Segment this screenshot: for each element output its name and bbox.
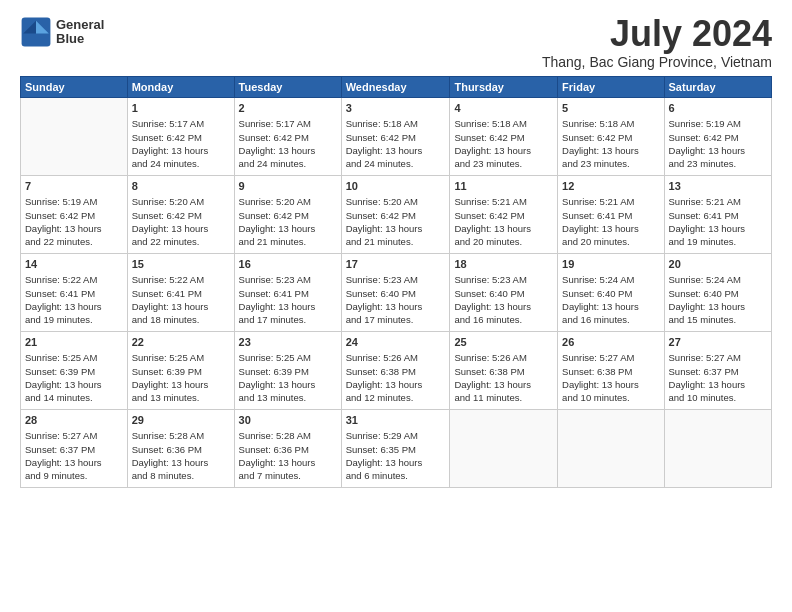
day-info-line: and 18 minutes. [132, 313, 230, 326]
day-number: 3 [346, 101, 446, 116]
day-info-line: and 16 minutes. [454, 313, 553, 326]
day-cell: 14Sunrise: 5:22 AMSunset: 6:41 PMDayligh… [21, 254, 128, 332]
day-info-line: and 23 minutes. [454, 157, 553, 170]
day-info-line: Daylight: 13 hours [25, 300, 123, 313]
day-info-line: Sunrise: 5:19 AM [25, 195, 123, 208]
day-info-line: Sunrise: 5:28 AM [239, 429, 337, 442]
calendar-table: Sunday Monday Tuesday Wednesday Thursday… [20, 76, 772, 488]
day-info-line: Daylight: 13 hours [669, 378, 767, 391]
day-number: 15 [132, 257, 230, 272]
col-tuesday: Tuesday [234, 77, 341, 98]
day-info-line: Sunset: 6:40 PM [454, 287, 553, 300]
month-title: July 2024 [542, 16, 772, 52]
day-info-line: Sunrise: 5:22 AM [25, 273, 123, 286]
day-cell: 23Sunrise: 5:25 AMSunset: 6:39 PMDayligh… [234, 332, 341, 410]
day-cell: 26Sunrise: 5:27 AMSunset: 6:38 PMDayligh… [558, 332, 664, 410]
logo-text: General Blue [56, 18, 104, 47]
day-info-line: Sunset: 6:42 PM [25, 209, 123, 222]
header-row: Sunday Monday Tuesday Wednesday Thursday… [21, 77, 772, 98]
day-number: 21 [25, 335, 123, 350]
logo-line2: Blue [56, 32, 104, 46]
day-info-line: Sunset: 6:42 PM [132, 131, 230, 144]
day-info-line: and 19 minutes. [669, 235, 767, 248]
day-info-line: Sunrise: 5:18 AM [562, 117, 659, 130]
day-info-line: Daylight: 13 hours [132, 144, 230, 157]
day-cell [21, 98, 128, 176]
day-cell: 4Sunrise: 5:18 AMSunset: 6:42 PMDaylight… [450, 98, 558, 176]
day-info-line: and 13 minutes. [239, 391, 337, 404]
day-info-line: Daylight: 13 hours [562, 222, 659, 235]
day-info-line: and 9 minutes. [25, 469, 123, 482]
day-info-line: Sunrise: 5:24 AM [562, 273, 659, 286]
day-info-line: Daylight: 13 hours [239, 378, 337, 391]
day-info-line: Sunrise: 5:28 AM [132, 429, 230, 442]
day-cell: 25Sunrise: 5:26 AMSunset: 6:38 PMDayligh… [450, 332, 558, 410]
day-info-line: Sunrise: 5:23 AM [346, 273, 446, 286]
day-info-line: Sunset: 6:42 PM [454, 209, 553, 222]
day-info-line: Daylight: 13 hours [132, 300, 230, 313]
day-info-line: Sunrise: 5:27 AM [562, 351, 659, 364]
day-info-line: and 21 minutes. [239, 235, 337, 248]
day-number: 14 [25, 257, 123, 272]
day-number: 1 [132, 101, 230, 116]
day-cell [558, 410, 664, 488]
day-info-line: and 23 minutes. [562, 157, 659, 170]
day-number: 16 [239, 257, 337, 272]
day-info-line: Sunset: 6:37 PM [669, 365, 767, 378]
day-info-line: and 11 minutes. [454, 391, 553, 404]
day-info-line: Daylight: 13 hours [454, 378, 553, 391]
calendar-page: General Blue July 2024 Thang, Bac Giang … [0, 0, 792, 612]
day-info-line: Sunrise: 5:27 AM [669, 351, 767, 364]
day-number: 12 [562, 179, 659, 194]
week-row-2: 7Sunrise: 5:19 AMSunset: 6:42 PMDaylight… [21, 176, 772, 254]
day-cell: 1Sunrise: 5:17 AMSunset: 6:42 PMDaylight… [127, 98, 234, 176]
week-row-5: 28Sunrise: 5:27 AMSunset: 6:37 PMDayligh… [21, 410, 772, 488]
day-info-line: Sunrise: 5:25 AM [239, 351, 337, 364]
day-cell: 22Sunrise: 5:25 AMSunset: 6:39 PMDayligh… [127, 332, 234, 410]
day-info-line: Sunset: 6:40 PM [346, 287, 446, 300]
day-cell [664, 410, 771, 488]
day-info-line: Sunset: 6:38 PM [454, 365, 553, 378]
day-info-line: Sunset: 6:39 PM [132, 365, 230, 378]
day-info-line: and 14 minutes. [25, 391, 123, 404]
day-info-line: Daylight: 13 hours [454, 144, 553, 157]
day-info-line: Daylight: 13 hours [25, 378, 123, 391]
day-number: 31 [346, 413, 446, 428]
day-number: 10 [346, 179, 446, 194]
col-sunday: Sunday [21, 77, 128, 98]
day-info-line: Daylight: 13 hours [25, 456, 123, 469]
day-info-line: Daylight: 13 hours [25, 222, 123, 235]
day-number: 26 [562, 335, 659, 350]
day-info-line: and 22 minutes. [132, 235, 230, 248]
col-friday: Friday [558, 77, 664, 98]
day-info-line: and 24 minutes. [239, 157, 337, 170]
day-info-line: Sunset: 6:42 PM [669, 131, 767, 144]
day-info-line: Daylight: 13 hours [669, 300, 767, 313]
day-info-line: Sunset: 6:42 PM [454, 131, 553, 144]
day-info-line: Sunset: 6:41 PM [25, 287, 123, 300]
day-cell: 24Sunrise: 5:26 AMSunset: 6:38 PMDayligh… [341, 332, 450, 410]
day-info-line: Daylight: 13 hours [346, 222, 446, 235]
day-info-line: Sunset: 6:39 PM [239, 365, 337, 378]
day-cell: 28Sunrise: 5:27 AMSunset: 6:37 PMDayligh… [21, 410, 128, 488]
day-info-line: Sunrise: 5:18 AM [454, 117, 553, 130]
day-info-line: Sunset: 6:40 PM [669, 287, 767, 300]
day-cell: 8Sunrise: 5:20 AMSunset: 6:42 PMDaylight… [127, 176, 234, 254]
col-wednesday: Wednesday [341, 77, 450, 98]
logo: General Blue [20, 16, 104, 48]
day-info-line: Daylight: 13 hours [132, 222, 230, 235]
header: General Blue July 2024 Thang, Bac Giang … [20, 16, 772, 70]
day-info-line: Sunrise: 5:17 AM [132, 117, 230, 130]
day-cell: 20Sunrise: 5:24 AMSunset: 6:40 PMDayligh… [664, 254, 771, 332]
col-monday: Monday [127, 77, 234, 98]
day-info-line: and 24 minutes. [132, 157, 230, 170]
day-info-line: Sunrise: 5:29 AM [346, 429, 446, 442]
day-info-line: Sunrise: 5:20 AM [346, 195, 446, 208]
day-info-line: Sunrise: 5:22 AM [132, 273, 230, 286]
day-number: 4 [454, 101, 553, 116]
day-cell: 6Sunrise: 5:19 AMSunset: 6:42 PMDaylight… [664, 98, 771, 176]
day-info-line: Sunrise: 5:27 AM [25, 429, 123, 442]
day-info-line: and 20 minutes. [454, 235, 553, 248]
day-info-line: Sunrise: 5:23 AM [239, 273, 337, 286]
day-info-line: and 12 minutes. [346, 391, 446, 404]
